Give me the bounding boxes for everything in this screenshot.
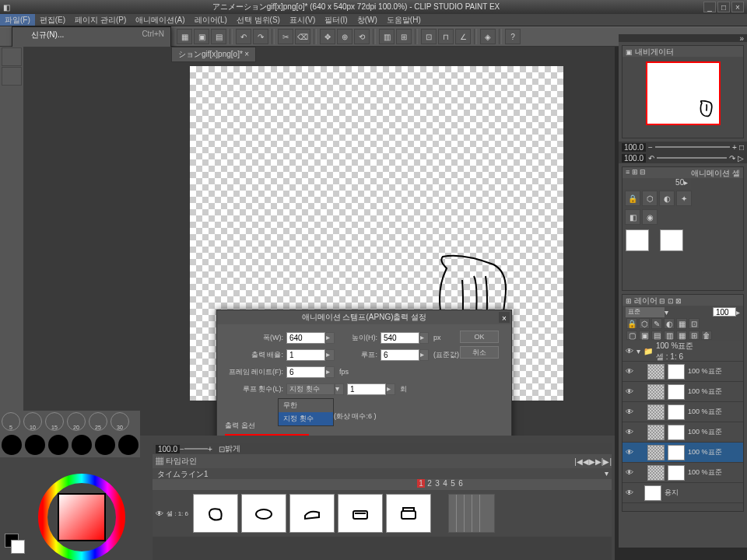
brush-size-dot[interactable]: 30	[110, 412, 129, 431]
layer-row[interactable]: 👁100 %표준	[622, 463, 743, 483]
tab-close-icon[interactable]: ×	[244, 50, 249, 58]
zoom-in-icon[interactable]: +	[732, 143, 737, 152]
layer-row[interactable]: 👁100 %표준	[622, 443, 743, 463]
timeline-cell[interactable]	[386, 494, 431, 533]
stepper-icon[interactable]: ▸	[325, 349, 335, 361]
layer-folder[interactable]: 👁 ▾ 📁 100 %표준셀 : 1: 6	[622, 341, 743, 362]
menu-window[interactable]: 창(W)	[352, 14, 382, 26]
brush-size-dot[interactable]: 5	[2, 412, 20, 431]
brush-dot[interactable]	[72, 435, 92, 455]
loop-input[interactable]	[381, 349, 419, 361]
cel-tool-icon[interactable]: ◉	[642, 209, 658, 225]
eye-icon[interactable]: 👁	[626, 408, 633, 416]
loop-option-infinite[interactable]: 무한	[279, 399, 333, 412]
tool-icon[interactable]	[2, 47, 22, 66]
dropdown-icon[interactable]: ▾	[605, 469, 608, 478]
brush-dot[interactable]	[48, 435, 68, 455]
layer-tool-icon[interactable]: ⊞	[689, 331, 700, 340]
dropdown-icon[interactable]: ▾	[665, 308, 668, 317]
folder-collapse-icon[interactable]: ▾	[637, 347, 640, 355]
toolbar-zoom-icon[interactable]: ⊕	[337, 29, 352, 44]
height-input[interactable]	[381, 332, 419, 344]
timeline-cell[interactable]	[338, 494, 383, 533]
fit-icon[interactable]: □	[739, 143, 744, 152]
menu-selection[interactable]: 선택 범위(S)	[232, 14, 285, 26]
menu-item[interactable]: 신규(N)...Ctrl+N	[12, 27, 170, 43]
ok-button[interactable]: OK	[460, 331, 499, 343]
timeline-cell[interactable]	[193, 494, 238, 533]
menu-view[interactable]: 표시(V)	[285, 14, 320, 26]
stepper-icon[interactable]: ▸	[684, 178, 688, 189]
layer-row[interactable]: 👁100 %표준	[622, 402, 743, 422]
layer-tool-icon[interactable]: ⊡	[689, 318, 700, 329]
eye-icon[interactable]: 👁	[626, 428, 633, 436]
brush-size-dot[interactable]: 15	[45, 412, 64, 431]
color-swatches[interactable]	[5, 534, 25, 554]
close-button[interactable]: ×	[731, 2, 744, 12]
document-tab[interactable]: ションgif[x]png[o]* ×	[171, 47, 256, 62]
navigator-preview[interactable]	[646, 61, 721, 125]
eye-icon[interactable]: 👁	[626, 488, 633, 497]
blend-mode-select[interactable]: 표준	[626, 307, 665, 317]
brush-size-dot[interactable]: 10	[23, 412, 42, 431]
layer-paper[interactable]: 👁 용지	[622, 483, 743, 503]
color-wheel[interactable]	[31, 467, 132, 560]
timeline-strip[interactable]	[448, 494, 495, 533]
menu-animation[interactable]: 애니메이션(A)	[131, 14, 189, 26]
toolbar-cut-icon[interactable]: ✂	[278, 29, 293, 44]
tl-label-icon[interactable]: ⊡	[219, 445, 225, 453]
cel-tool-icon[interactable]: ⬡	[642, 191, 658, 206]
tl-zoom-slider[interactable]	[184, 448, 208, 450]
dialog-close-icon[interactable]: ×	[499, 312, 510, 323]
eye-icon[interactable]: 👁	[626, 347, 633, 355]
layer-tool-icon[interactable]: ⬡	[639, 318, 650, 329]
scale-input[interactable]	[286, 349, 325, 361]
timeline-cell[interactable]	[289, 494, 335, 533]
layer-tool-icon[interactable]: 🗑	[701, 331, 712, 340]
eye-icon[interactable]: 👁	[626, 448, 633, 457]
cancel-button[interactable]: 취소	[460, 346, 499, 359]
eye-icon[interactable]: 👁	[156, 509, 163, 518]
toolbar-save-icon[interactable]: ▤	[211, 29, 226, 44]
toolbar-snap-icon[interactable]: ⊡	[421, 29, 437, 44]
timeline-ruler[interactable]: 1 2 3 4 5 6	[153, 479, 612, 490]
eye-icon[interactable]: 👁	[626, 468, 633, 477]
stepper-icon[interactable]: ▸	[736, 308, 740, 317]
toolbar-open-icon[interactable]: ▣	[194, 29, 209, 44]
toolbar-rotate-icon[interactable]: ⟲	[354, 29, 370, 44]
brush-size-dot[interactable]: 25	[89, 412, 107, 431]
brush-dot[interactable]	[25, 435, 45, 455]
menu-page[interactable]: 페이지 관리(P)	[70, 14, 131, 26]
toolbar-angle-icon[interactable]: ∠	[455, 29, 471, 44]
fps-input[interactable]	[286, 366, 325, 378]
tool-icon[interactable]	[2, 67, 22, 86]
flip-icon[interactable]: ▷	[738, 154, 744, 163]
stepper-icon[interactable]: ▸	[325, 332, 335, 344]
menu-layer[interactable]: 레이어(L)	[190, 14, 232, 26]
stepper-icon[interactable]: ▸	[386, 383, 395, 395]
layer-tool-icon[interactable]: ◐	[664, 318, 675, 329]
menu-edit[interactable]: 편집(E)	[35, 14, 70, 26]
toolbar-move-icon[interactable]: ✥	[320, 29, 335, 44]
brush-size-dot[interactable]: 20	[67, 412, 86, 431]
layer-row[interactable]: 👁100 %표준	[622, 362, 743, 382]
zoom-out-icon[interactable]: −	[648, 143, 653, 152]
cel-tool-icon[interactable]: ◐	[659, 191, 675, 206]
layer-tool-icon[interactable]: ▦	[676, 318, 687, 329]
brush-dot[interactable]	[2, 435, 22, 455]
toolbar-undo-icon[interactable]: ↶	[236, 29, 251, 44]
layer-row[interactable]: 👁100 %표준	[622, 382, 743, 402]
brush-dot[interactable]	[95, 435, 115, 455]
rotate-slider[interactable]	[657, 157, 727, 159]
toolbar-clear-icon[interactable]: ⌫	[295, 29, 310, 44]
layer-tool-icon[interactable]: ▥	[664, 331, 675, 340]
toolbar-help-icon[interactable]: ?	[505, 29, 521, 44]
loop-option-count[interactable]: 지정 횟수	[279, 412, 333, 425]
layer-tool-icon[interactable]: 🔒	[626, 318, 637, 329]
timeline-cell[interactable]	[241, 494, 286, 533]
toolbar-grid-icon[interactable]: ⊞	[396, 29, 412, 44]
dropdown-icon[interactable]: ▾	[335, 383, 344, 395]
stepper-icon[interactable]: ▸	[325, 366, 335, 378]
toolbar-magnet-icon[interactable]: ⊓	[438, 29, 454, 44]
cel-tool-icon[interactable]: 🔒	[625, 191, 640, 206]
